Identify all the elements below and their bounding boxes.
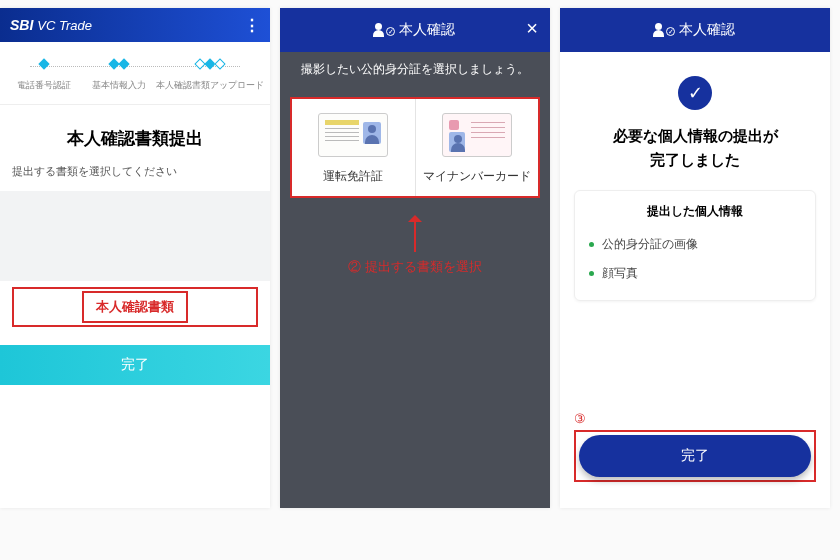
document-options: 運転免許証 マイナンバーカード <box>290 97 540 198</box>
success-check-icon: ✓ <box>678 76 712 110</box>
step-label: 本人確認書類アップロード <box>156 80 264 92</box>
brand-logo: SBI <box>10 17 33 33</box>
mynumber-card-icon <box>442 113 512 157</box>
modal-header: ✓ 本人確認 <box>560 8 830 52</box>
identity-icon: ✓ <box>655 23 673 37</box>
instruction-text: 提出する書類を選択してください <box>0 164 270 191</box>
annotation-2: ② 提出する書類を選択 <box>280 208 550 276</box>
item-label: 公的身分証の画像 <box>602 236 698 253</box>
identity-document-button[interactable]: 本人確認書類 <box>12 287 258 327</box>
modal-body: 撮影したい公的身分証を選択しましょう。 運転免許証 マイナンバーカード ② 提出… <box>280 52 550 508</box>
step-label: 電話番号認証 <box>6 80 81 92</box>
brand-sub: VC Trade <box>37 18 92 33</box>
annotation-3-box: 完了 <box>574 430 816 482</box>
option-label: 運転免許証 <box>298 169 409 184</box>
option-drivers-license[interactable]: 運転免許証 <box>292 99 416 196</box>
screen-1: SBI VC Trade ⋮ 電話番号認証 基本情報入力 本人確認書類アップロー… <box>0 8 270 508</box>
completion-title: 必要な個人情報の提出が 完了しました <box>574 124 816 172</box>
complete-button[interactable]: 完了 <box>0 345 270 385</box>
modal-instruction: 撮影したい公的身分証を選択しましょう。 <box>280 52 550 87</box>
drivers-license-icon <box>318 113 388 157</box>
step-basic-info: 基本情報入力 <box>81 60 156 92</box>
progress-stepper: 電話番号認証 基本情報入力 本人確認書類アップロード <box>0 42 270 105</box>
option-mynumber-card[interactable]: マイナンバーカード <box>416 99 539 196</box>
completion-body: ✓ 必要な個人情報の提出が 完了しました 提出した個人情報 公的身分証の画像 顔… <box>560 52 830 301</box>
identity-icon: ✓ <box>375 23 393 37</box>
annotation-2-text: ② 提出する書類を選択 <box>280 258 550 276</box>
arrow-stem <box>414 222 416 252</box>
spacer <box>0 191 270 281</box>
title-line: 完了しました <box>650 151 740 168</box>
modal-title: 本人確認 <box>679 21 735 39</box>
item-label: 顔写真 <box>602 265 638 282</box>
arrow-up-icon <box>408 208 422 222</box>
close-icon[interactable]: × <box>526 18 538 38</box>
modal-title: 本人確認 <box>399 21 455 39</box>
complete-label: 完了 <box>121 356 149 374</box>
title-line: 必要な個人情報の提出が <box>613 127 778 144</box>
menu-icon[interactable]: ⋮ <box>244 16 260 35</box>
submitted-item: 顔写真 <box>589 259 801 288</box>
done-button[interactable]: 完了 <box>579 435 811 477</box>
submitted-info-card: 提出した個人情報 公的身分証の画像 顔写真 <box>574 190 816 301</box>
submitted-item: 公的身分証の画像 <box>589 230 801 259</box>
screen-2: ✓ 本人確認 × 撮影したい公的身分証を選択しましょう。 運転免許証 マイナンバ… <box>280 8 550 508</box>
bullet-icon <box>589 242 594 247</box>
step-upload: 本人確認書類アップロード <box>156 60 264 92</box>
screen-3: ✓ 本人確認 ✓ 必要な個人情報の提出が 完了しました 提出した個人情報 公的身… <box>560 8 830 508</box>
option-label: マイナンバーカード <box>422 169 533 184</box>
page-title: 本人確認書類提出 <box>0 127 270 150</box>
done-label: 完了 <box>681 447 709 465</box>
card-header: 提出した個人情報 <box>589 203 801 220</box>
identity-document-label: 本人確認書類 <box>82 291 188 323</box>
done-section: ③ 完了 <box>574 411 816 482</box>
annotation-3: ③ <box>574 411 816 426</box>
step-label: 基本情報入力 <box>81 80 156 92</box>
bullet-icon <box>589 271 594 276</box>
modal-header: ✓ 本人確認 × <box>280 8 550 52</box>
app-header: SBI VC Trade ⋮ <box>0 8 270 42</box>
step-phone: 電話番号認証 <box>6 60 81 92</box>
